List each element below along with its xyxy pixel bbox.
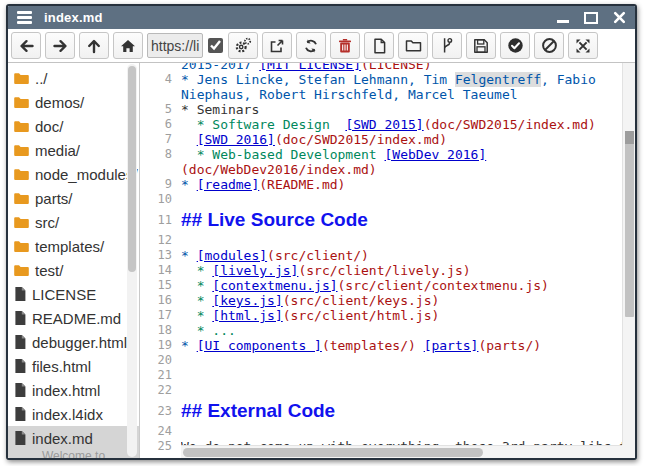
line-number: 12 xyxy=(140,233,181,248)
menu-icon[interactable] xyxy=(15,9,34,26)
folder-icon xyxy=(13,119,30,134)
editor-line-20: 20 xyxy=(140,353,622,368)
editor-line-6: 6 * Software Design [SWD 2015](doc/SWD20… xyxy=(140,117,622,132)
file-icon xyxy=(13,334,27,350)
sidebar-scrollbar-thumb[interactable] xyxy=(128,66,136,272)
line-number xyxy=(140,87,181,102)
line-number: 25 xyxy=(140,439,181,454)
editor-wrapped-line: (doc/WebDev2016/index.md) xyxy=(140,162,622,177)
forward-button[interactable] xyxy=(45,32,75,59)
sidebar-item-demos[interactable]: demos/ xyxy=(8,90,139,114)
line-number: 14 xyxy=(140,263,181,278)
sidebar-item-license[interactable]: LICENSE xyxy=(8,282,139,306)
back-button[interactable] xyxy=(11,32,41,59)
new-folder-button[interactable] xyxy=(398,32,428,59)
file-label: index.md xyxy=(32,430,93,447)
editor-line-8: 8 * Web-based Development [WebDev 2016] xyxy=(140,147,622,162)
line-number: 15 xyxy=(140,278,181,293)
sidebar-item-nodemodules[interactable]: node_modules/ xyxy=(8,162,139,186)
floppy-icon xyxy=(473,38,489,54)
editor-line-24: 24 xyxy=(140,424,622,439)
code-area[interactable]: 2015-2017 [MIT LICENSE](LICENSE)4* Jens … xyxy=(140,63,622,454)
arrow-up-icon xyxy=(86,38,102,54)
sidebar-item-index.html[interactable]: index.html xyxy=(8,378,139,402)
versions-button[interactable] xyxy=(432,32,462,59)
file-icon xyxy=(13,406,27,422)
editor-vertical-scrollbar-thumb[interactable] xyxy=(625,131,634,317)
folder-icon xyxy=(13,263,30,278)
editor-line-4: 4* Jens Lincke, Stefan Lehmann, Tim Felg… xyxy=(140,72,622,87)
file-icon xyxy=(13,430,27,446)
maximize-button[interactable] xyxy=(584,12,598,24)
file-label: src/ xyxy=(35,214,59,231)
line-content: * [lively.js](src/client/lively.js) xyxy=(181,263,622,278)
close-icon xyxy=(613,11,626,24)
settings-button[interactable] xyxy=(228,32,258,59)
home-button[interactable] xyxy=(113,32,143,59)
file-icon xyxy=(13,382,27,398)
block-icon xyxy=(541,37,558,54)
editor-vertical-scrollbar[interactable] xyxy=(622,63,635,445)
sidebar-item-parts[interactable]: parts/ xyxy=(8,186,139,210)
line-number: 24 xyxy=(140,424,181,439)
toolbar xyxy=(8,29,635,63)
file-label: LICENSE xyxy=(32,286,96,303)
editor-horizontal-scrollbar-thumb[interactable] xyxy=(183,448,483,457)
file-label: debugger.html xyxy=(32,334,127,351)
sidebar-scrollbar[interactable] xyxy=(127,64,137,457)
git-branch-icon xyxy=(440,37,454,54)
window-controls xyxy=(556,12,626,24)
check-circle-icon xyxy=(507,37,524,54)
editor-line-11: 11## Live Source Code xyxy=(140,207,622,233)
file-label: demos/ xyxy=(35,94,84,111)
refresh-button[interactable] xyxy=(296,32,326,59)
editor-line-21: 21 xyxy=(140,368,622,383)
fullscreen-button[interactable] xyxy=(568,32,598,59)
accept-button[interactable] xyxy=(500,32,530,59)
main-content: ../demos/doc/media/node_modules/parts/sr… xyxy=(8,63,635,458)
sidebar-item-media[interactable]: media/ xyxy=(8,138,139,162)
folder-icon xyxy=(13,191,30,206)
minimize-button[interactable] xyxy=(556,12,570,24)
line-number: 13 xyxy=(140,248,181,263)
file-label: index.l4idx xyxy=(32,406,103,423)
editor-line-14: 14 * [lively.js](src/client/lively.js) xyxy=(140,263,622,278)
editor-horizontal-scrollbar[interactable] xyxy=(181,445,622,458)
sidebar-item-..[interactable]: ../ xyxy=(8,66,139,90)
auto-update-checkbox[interactable] xyxy=(208,38,223,53)
editor-line-10: 10 xyxy=(140,192,622,207)
editor-line-17: 17 * [html.js](src/client/html.js) xyxy=(140,308,622,323)
file-label: media/ xyxy=(35,142,80,159)
markdown-editor[interactable]: 2015-2017 [MIT LICENSE](LICENSE)4* Jens … xyxy=(140,63,635,458)
sidebar-item-files.html[interactable]: files.html xyxy=(8,354,139,378)
new-file-button[interactable] xyxy=(364,32,394,59)
open-external-button[interactable] xyxy=(262,32,292,59)
editor-wrapped-line: Niephaus, Robert Hirschfeld, Marcel Taeu… xyxy=(140,87,622,102)
line-content: * [keys.js](src/client/keys.js) xyxy=(181,293,622,308)
url-input[interactable] xyxy=(147,33,203,58)
cancel-button[interactable] xyxy=(534,32,564,59)
sidebar-item-test[interactable]: test/ xyxy=(8,258,139,282)
editor-line-13: 13* [modules](src/client/) xyxy=(140,248,622,263)
sidebar-item-debugger.html[interactable]: debugger.html xyxy=(8,330,139,354)
folder-icon xyxy=(13,143,30,158)
editor-line-12: 12 xyxy=(140,233,622,248)
sidebar-item-index.l4idx[interactable]: index.l4idx xyxy=(8,402,139,426)
line-content xyxy=(181,368,622,383)
editor-line-19: 19* [UI components ](templates/) [parts]… xyxy=(140,338,622,353)
delete-button[interactable] xyxy=(330,32,360,59)
file-icon xyxy=(13,310,27,326)
sidebar-item-index.md[interactable]: index.md xyxy=(8,426,139,450)
sidebar-item-readme.md[interactable]: README.md xyxy=(8,306,139,330)
sidebar-item-doc[interactable]: doc/ xyxy=(8,114,139,138)
line-content: ## External Code xyxy=(181,398,622,424)
up-button[interactable] xyxy=(79,32,109,59)
editor-line-7: 7 [SWD 2016](doc/SWD2015/index.md) xyxy=(140,132,622,147)
line-number: 11 xyxy=(140,207,181,233)
sidebar-item-src[interactable]: src/ xyxy=(8,210,139,234)
sidebar-item-templates[interactable]: templates/ xyxy=(8,234,139,258)
external-link-icon xyxy=(269,38,285,54)
save-button[interactable] xyxy=(466,32,496,59)
line-number: 4 xyxy=(140,72,181,87)
close-button[interactable] xyxy=(612,12,626,24)
